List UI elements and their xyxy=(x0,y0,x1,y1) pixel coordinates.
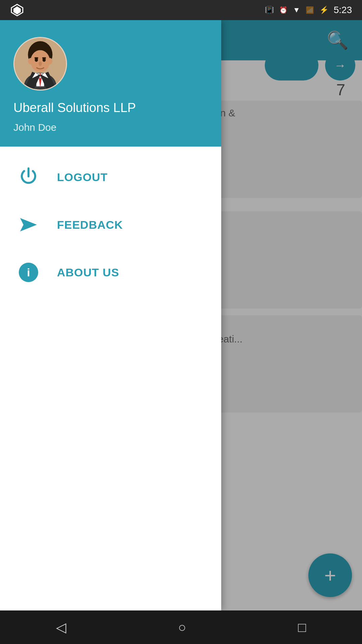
navigation-bar: ◁ ○ □ xyxy=(0,610,362,644)
navigation-drawer: Uberall Solutions LLP John Doe LOGOUT xyxy=(0,20,221,610)
nougat-logo xyxy=(10,3,24,17)
info-circle-icon: i xyxy=(19,263,38,282)
send-icon-svg xyxy=(18,215,39,235)
nav-back-button[interactable]: ◁ xyxy=(56,620,66,635)
status-time: 5:23 xyxy=(334,5,352,15)
about-label: ABOUT US xyxy=(57,266,119,279)
menu-item-about[interactable]: i ABOUT US xyxy=(0,249,221,296)
company-name: Uberall Solutions LLP xyxy=(13,101,208,115)
user-avatar xyxy=(13,37,67,91)
status-bar-left xyxy=(10,3,24,17)
feedback-icon xyxy=(17,213,40,236)
svg-rect-15 xyxy=(35,57,39,59)
status-bar-right: 📳 ⏰ ▼ 📶 ⚡ 5:23 xyxy=(265,5,352,15)
back-icon: ◁ xyxy=(56,620,66,635)
wifi-icon: ▼ xyxy=(293,6,300,14)
drawer-header: Uberall Solutions LLP John Doe xyxy=(0,20,221,147)
about-icon: i xyxy=(17,261,40,284)
logout-icon xyxy=(17,165,40,189)
status-bar: 📳 ⏰ ▼ 📶 ⚡ 5:23 xyxy=(0,0,362,20)
vibrate-icon: 📳 xyxy=(265,6,274,14)
logout-label: LOGOUT xyxy=(57,171,108,184)
feedback-label: FEEDBACK xyxy=(57,218,123,231)
home-icon: ○ xyxy=(178,620,186,635)
battery-icon: ⚡ xyxy=(319,6,328,14)
avatar-illustration xyxy=(14,37,66,91)
drawer-menu: LOGOUT FEEDBACK i ABOUT US xyxy=(0,147,221,610)
svg-point-18 xyxy=(28,58,33,64)
nav-recents-button[interactable]: □ xyxy=(298,620,306,635)
recents-icon: □ xyxy=(298,620,306,635)
nav-home-button[interactable]: ○ xyxy=(178,620,186,635)
svg-marker-1 xyxy=(13,6,21,14)
power-icon-svg xyxy=(18,167,39,187)
svg-point-19 xyxy=(47,58,52,64)
signal-icon: 📶 xyxy=(306,6,314,14)
alarm-icon: ⏰ xyxy=(279,6,288,14)
svg-point-17 xyxy=(39,61,42,66)
svg-point-12 xyxy=(39,76,41,78)
svg-marker-20 xyxy=(20,218,37,231)
menu-item-logout[interactable]: LOGOUT xyxy=(0,153,221,201)
svg-rect-16 xyxy=(42,57,46,59)
menu-item-feedback[interactable]: FEEDBACK xyxy=(0,201,221,249)
username: John Doe xyxy=(13,122,208,133)
